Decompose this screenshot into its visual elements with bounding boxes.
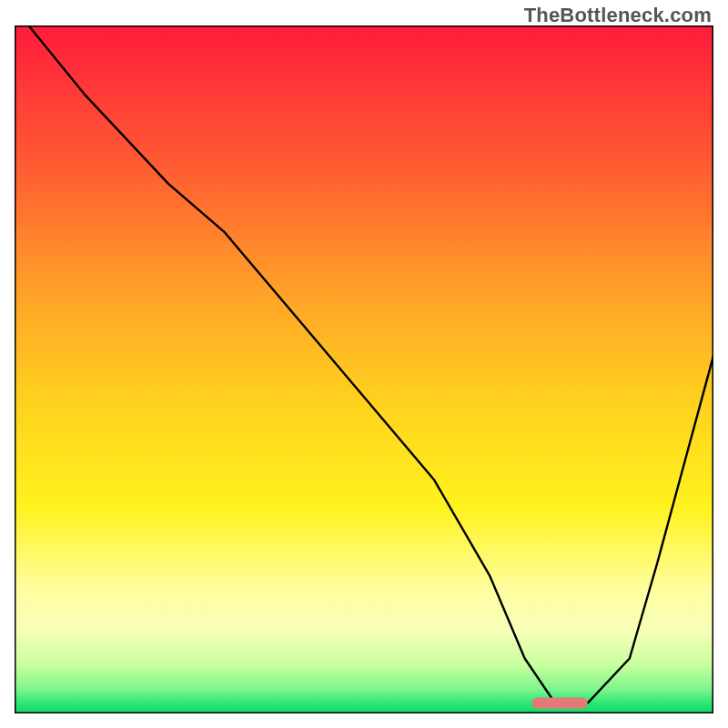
chart-container: TheBottleneck.com bbox=[0, 0, 728, 728]
chart-svg bbox=[15, 25, 713, 713]
optimal-range-marker bbox=[531, 698, 587, 709]
watermark-text: TheBottleneck.com bbox=[524, 4, 712, 27]
gradient-background bbox=[15, 25, 713, 713]
chart-plot-area bbox=[15, 25, 713, 713]
